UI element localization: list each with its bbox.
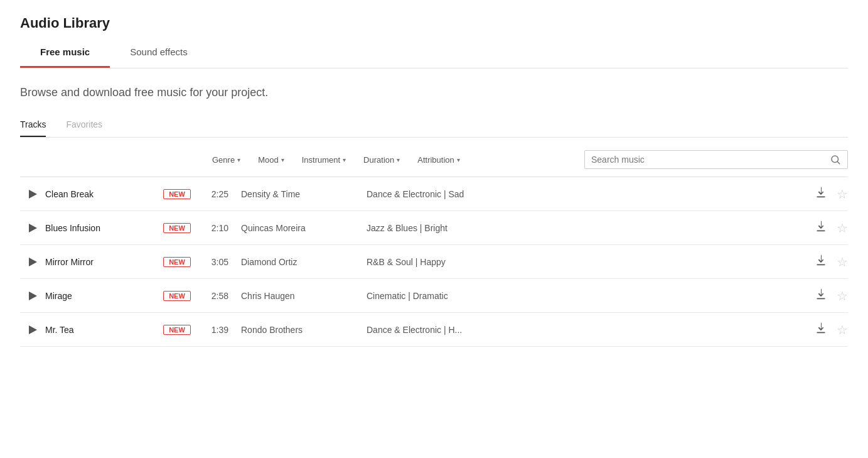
genre-dropdown-arrow: ▾ <box>237 156 240 163</box>
play-icon <box>29 325 37 334</box>
track-actions: ☆ <box>810 186 848 202</box>
play-button[interactable] <box>20 258 45 266</box>
play-button[interactable] <box>20 190 45 199</box>
track-name: Mirage <box>45 291 158 301</box>
track-genre: Dance & Electronic | Sad <box>367 189 810 199</box>
track-actions: ☆ <box>810 322 848 337</box>
favorite-button[interactable]: ☆ <box>837 322 848 337</box>
track-row: Clean Break NEW 2:25 Density & Time Danc… <box>20 177 848 211</box>
favorite-button[interactable]: ☆ <box>837 288 848 303</box>
search-input[interactable] <box>591 155 826 165</box>
track-duration: 3:05 <box>191 257 241 267</box>
download-button[interactable] <box>814 254 828 270</box>
download-button[interactable] <box>814 322 828 337</box>
favorite-button[interactable]: ☆ <box>837 187 848 202</box>
track-genre: Cinematic | Dramatic <box>367 291 810 301</box>
track-name: Mirror Mirror <box>45 257 158 267</box>
track-row: Blues Infusion NEW 2:10 Quincas Moreira … <box>20 211 848 245</box>
download-button[interactable] <box>814 220 828 236</box>
sub-tab-tracks[interactable]: Tracks <box>20 114 46 137</box>
page-title: Audio Library <box>20 15 848 31</box>
track-name: Clean Break <box>45 189 158 199</box>
download-button[interactable] <box>814 288 828 303</box>
track-artist: Diamond Ortiz <box>241 257 367 267</box>
sub-tab-favorites[interactable]: Favorites <box>66 114 102 137</box>
play-button[interactable] <box>20 292 45 300</box>
tracks-list: Clean Break NEW 2:25 Density & Time Danc… <box>20 177 848 347</box>
filters-row: Genre ▾ Mood ▾ Instrument ▾ Duration ▾ A… <box>20 143 848 177</box>
track-actions: ☆ <box>810 220 848 236</box>
svg-line-1 <box>837 161 839 163</box>
track-row: Mr. Tea NEW 1:39 Rondo Brothers Dance & … <box>20 313 848 347</box>
search-icon <box>830 154 841 165</box>
page-subtitle: Browse and download free music for your … <box>20 86 848 99</box>
filter-duration[interactable]: Duration ▾ <box>357 151 406 168</box>
new-badge: NEW <box>163 257 191 267</box>
play-icon <box>29 292 37 300</box>
favorite-button[interactable]: ☆ <box>837 221 848 236</box>
new-badge: NEW <box>163 189 191 199</box>
instrument-dropdown-arrow: ▾ <box>343 156 346 163</box>
tab-sound-effects[interactable]: Sound effects <box>110 38 207 68</box>
filter-genre[interactable]: Genre ▾ <box>206 151 247 168</box>
attribution-dropdown-arrow: ▾ <box>457 156 460 163</box>
track-name: Mr. Tea <box>45 325 158 335</box>
tabs-container: Free music Sound effects <box>20 38 848 68</box>
sub-tabs: Tracks Favorites <box>20 114 848 138</box>
play-icon <box>29 190 37 199</box>
duration-dropdown-arrow: ▾ <box>397 156 400 163</box>
play-button[interactable] <box>20 325 45 334</box>
track-artist: Quincas Moreira <box>241 223 367 233</box>
play-icon <box>29 224 37 232</box>
filter-mood[interactable]: Mood ▾ <box>252 151 291 168</box>
track-duration: 1:39 <box>191 325 241 335</box>
track-actions: ☆ <box>810 288 848 303</box>
page-container: Audio Library Free music Sound effects B… <box>0 0 868 362</box>
mood-dropdown-arrow: ▾ <box>281 156 284 163</box>
track-row: Mirror Mirror NEW 3:05 Diamond Ortiz R&B… <box>20 245 848 279</box>
download-button[interactable] <box>814 186 828 202</box>
filter-instrument[interactable]: Instrument ▾ <box>296 151 352 168</box>
track-name: Blues Infusion <box>45 223 158 233</box>
svg-point-0 <box>832 156 839 163</box>
track-artist: Rondo Brothers <box>241 325 367 335</box>
track-genre: Dance & Electronic | H... <box>367 325 810 335</box>
track-genre: Jazz & Blues | Bright <box>367 223 810 233</box>
new-badge: NEW <box>163 291 191 301</box>
track-artist: Density & Time <box>241 189 367 199</box>
track-duration: 2:58 <box>191 291 241 301</box>
favorite-button[interactable]: ☆ <box>837 254 848 270</box>
new-badge: NEW <box>163 223 191 233</box>
filter-attribution[interactable]: Attribution ▾ <box>411 151 466 168</box>
track-duration: 2:25 <box>191 189 241 199</box>
play-button[interactable] <box>20 224 45 232</box>
track-duration: 2:10 <box>191 223 241 233</box>
tab-free-music[interactable]: Free music <box>20 38 110 68</box>
play-icon <box>29 258 37 266</box>
track-row: Mirage NEW 2:58 Chris Haugen Cinematic |… <box>20 279 848 313</box>
search-box <box>584 150 848 169</box>
track-genre: R&B & Soul | Happy <box>367 257 810 267</box>
new-badge: NEW <box>163 325 191 335</box>
track-actions: ☆ <box>810 254 848 270</box>
track-artist: Chris Haugen <box>241 291 367 301</box>
